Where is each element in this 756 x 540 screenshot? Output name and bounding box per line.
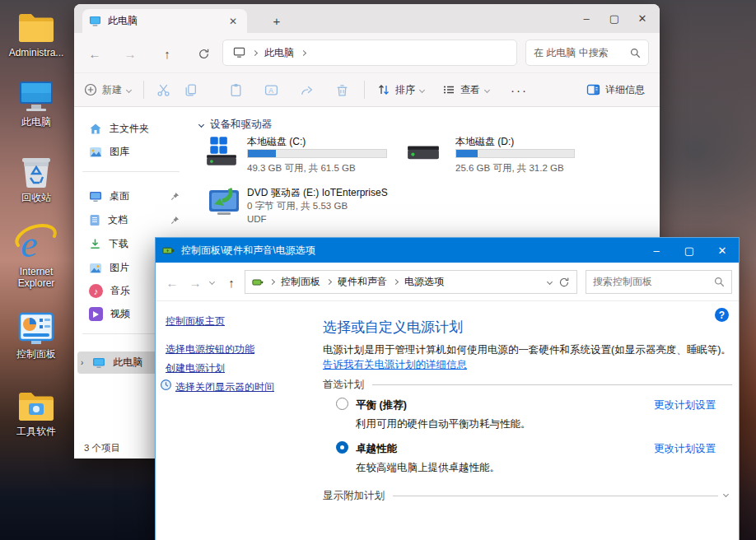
page-description: 电源计划是用于管理计算机如何使用电源的一套硬件和系统设置(如显示器亮度、睡眠等)… — [323, 342, 735, 372]
up-button[interactable]: ↑ — [156, 43, 178, 64]
breadcrumb-hardware-sound[interactable]: 硬件和声音 — [338, 275, 387, 289]
desktop-icon-tools-folder[interactable]: 工具软件 — [3, 384, 69, 437]
forward-button[interactable]: → — [185, 272, 205, 292]
maximize-button[interactable]: ▢ — [600, 4, 628, 33]
desktop-icon-recycle-bin[interactable]: 回收站 — [3, 150, 69, 203]
sidebar-item-desktop[interactable]: 桌面 — [77, 185, 186, 207]
tab-close-icon[interactable]: ✕ — [226, 16, 240, 27]
delete-button[interactable] — [335, 73, 349, 106]
sidebar-item-label: 音乐 — [110, 284, 130, 298]
minimize-button[interactable]: – — [640, 238, 673, 263]
copy-button[interactable] — [184, 73, 198, 106]
preferred-plans-section: 首选计划 — [323, 378, 732, 392]
breadcrumb-control-panel[interactable]: 控制面板 — [281, 275, 320, 289]
sidebar-link-control-panel-home[interactable]: 控制面板主页 — [166, 314, 225, 328]
search-placeholder: 搜索控制面板 — [593, 275, 652, 289]
dvd-drive-icon — [208, 184, 240, 218]
history-chevron-icon[interactable] — [209, 279, 215, 285]
plan-name-ultimate[interactable]: 卓越性能 — [356, 442, 397, 456]
address-bar[interactable]: 此电脑 — [222, 40, 517, 66]
desktop-icon-internet-explorer[interactable]: e Internet Explorer — [3, 224, 69, 289]
cut-button[interactable] — [156, 73, 170, 106]
explorer-search-input[interactable]: 在 此电脑 中搜索 — [525, 40, 649, 66]
drive-c-icon — [204, 134, 239, 169]
section-devices-and-drives[interactable]: 设备和驱动器 — [199, 118, 272, 132]
plan-name-balanced[interactable]: 平衡 (推荐) — [356, 398, 407, 412]
sidebar-item-gallery[interactable]: 图库 — [77, 141, 186, 163]
share-icon — [300, 83, 314, 97]
sidebar-item-label: 主文件夹 — [110, 122, 149, 136]
show-additional-plans-section[interactable]: 显示附加计划 — [323, 489, 718, 503]
share-button[interactable] — [300, 73, 314, 106]
sidebar-item-documents[interactable]: 文档 — [77, 209, 186, 231]
desktop-icon-control-panel[interactable]: 控制面板 — [3, 306, 69, 360]
close-button[interactable]: ✕ — [628, 4, 656, 33]
change-plan-settings-link[interactable]: 更改计划设置 — [654, 442, 716, 456]
maximize-button[interactable]: ▢ — [673, 238, 706, 263]
plan-desc-balanced: 利用可用的硬件自动平衡功耗与性能。 — [356, 417, 531, 431]
chevron-down-icon — [484, 86, 490, 92]
back-button[interactable]: ← — [162, 272, 182, 292]
additional-plans-label: 显示附加计划 — [323, 489, 385, 503]
address-bar[interactable]: 控制面板 硬件和声音 电源选项 — [245, 270, 577, 294]
expand-chevron-icon[interactable]: › — [81, 358, 83, 367]
minimize-button[interactable]: – — [572, 4, 600, 33]
chevron-down-icon — [126, 86, 132, 92]
desktop-icon-this-pc[interactable]: 此电脑 — [3, 74, 69, 128]
refresh-button[interactable] — [193, 43, 214, 64]
search-placeholder: 在 此电脑 中搜索 — [534, 46, 609, 60]
refresh-icon[interactable] — [558, 277, 570, 288]
paste-button[interactable] — [229, 73, 243, 106]
sidebar-link-display-off-time[interactable]: 选择关闭显示器的时间 — [175, 380, 274, 394]
monitor-icon — [233, 47, 245, 58]
help-icon[interactable]: ? — [715, 308, 729, 322]
search-icon — [630, 48, 641, 58]
recycle-bin-icon — [3, 150, 69, 189]
document-icon — [89, 214, 100, 226]
home-icon — [89, 123, 102, 135]
new-tab-button[interactable]: + — [267, 11, 287, 30]
rename-button[interactable]: A — [264, 73, 278, 106]
cut-icon — [156, 83, 170, 97]
explorer-tab-this-pc[interactable]: 此电脑 ✕ — [82, 9, 247, 33]
details-pane-button[interactable]: 详细信息 — [586, 73, 645, 106]
power-plan-info-link[interactable]: 告诉我有关电源计划的详细信息 — [323, 359, 467, 370]
sidebar-link-create-power-plan[interactable]: 创建电源计划 — [166, 361, 225, 375]
change-plan-settings-link[interactable]: 更改计划设置 — [654, 398, 716, 412]
breadcrumb-power-options[interactable]: 电源选项 — [404, 275, 444, 289]
expand-additional-plans-icon[interactable] — [723, 491, 729, 497]
folder-icon — [3, 5, 69, 44]
rename-icon: A — [264, 83, 278, 97]
music-icon: ♪ — [89, 284, 103, 298]
view-button[interactable]: 查看 — [442, 73, 489, 106]
desktop-icon-administrator[interactable]: Administra... — [3, 5, 69, 58]
close-button[interactable]: ✕ — [706, 238, 739, 263]
drive-filesystem: UDF — [247, 214, 267, 224]
sidebar-item-label: 视频 — [110, 307, 130, 321]
more-button[interactable]: ··· — [511, 73, 528, 106]
sidebar-item-home[interactable]: 主文件夹 — [77, 118, 186, 140]
control-panel-title-bar[interactable]: 控制面板\硬件和声音\电源选项 – ▢ ✕ — [156, 238, 739, 263]
forward-button[interactable]: → — [119, 43, 141, 64]
download-icon — [89, 238, 101, 250]
clock-icon — [160, 379, 172, 391]
drive-usage-bar — [247, 149, 387, 158]
breadcrumb-separator-icon — [393, 279, 399, 285]
sort-button[interactable]: 排序 — [377, 73, 424, 106]
trash-icon — [335, 83, 349, 97]
drive-usage-bar — [455, 149, 575, 158]
radio-balanced[interactable] — [336, 398, 348, 410]
back-button[interactable]: ← — [84, 43, 105, 64]
up-button[interactable]: ↑ — [222, 272, 241, 292]
collapse-chevron-icon — [198, 122, 204, 128]
control-panel-search-input[interactable]: 搜索控制面板 — [586, 270, 732, 294]
breadcrumb-this-pc[interactable]: 此电脑 — [264, 46, 294, 60]
desktop-icon-label: 控制面板 — [3, 348, 69, 360]
radio-ultimate-performance[interactable] — [336, 441, 348, 454]
sidebar-link-power-buttons[interactable]: 选择电源按钮的功能 — [166, 342, 254, 356]
plan-desc-ultimate: 在较高端电脑上提供卓越性能。 — [356, 461, 500, 475]
breadcrumb-separator-icon — [252, 49, 258, 55]
address-dropdown-icon[interactable] — [547, 279, 553, 285]
new-button[interactable]: 新建 — [84, 73, 131, 106]
drive-usage-text: 25.6 GB 可用, 共 31.2 GB — [455, 162, 564, 175]
